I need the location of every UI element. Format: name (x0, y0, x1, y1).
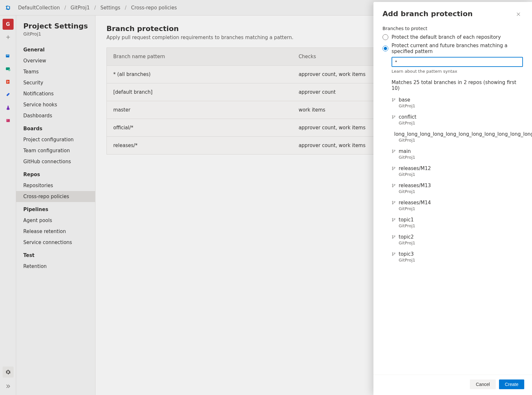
branch-repo: GitProj1 (399, 121, 523, 125)
sidebar-group-title: Pipelines (16, 202, 95, 215)
cell-branch-pattern: master (107, 101, 292, 119)
double-chevron-right-icon (5, 383, 11, 389)
radio-protect-default[interactable]: Protect the default branch of each repos… (382, 34, 523, 40)
pattern-syntax-help-link[interactable]: Learn about the pattern syntax (392, 69, 457, 74)
branch-match-item[interactable]: mainGitProj1 (392, 146, 523, 163)
close-button[interactable] (514, 10, 523, 19)
nav-boards[interactable] (3, 63, 14, 74)
svg-point-13 (394, 99, 395, 100)
sidebar-item-overview[interactable]: Overview (16, 55, 95, 66)
sidebar-item-dashboards[interactable]: Dashboards (16, 110, 95, 121)
matches-summary: Matches 25 total branches in 2 repos (sh… (392, 80, 523, 91)
radio-icon (382, 34, 388, 40)
svg-point-33 (392, 220, 393, 221)
svg-point-16 (394, 116, 395, 117)
sidebar-item-security[interactable]: Security (16, 77, 95, 88)
svg-point-39 (392, 255, 393, 256)
svg-point-25 (394, 167, 395, 168)
svg-point-21 (392, 152, 393, 153)
svg-rect-1 (6, 55, 9, 56)
create-button[interactable]: Create (499, 379, 524, 389)
panel-title: Add branch protection (382, 10, 473, 18)
pattern-input[interactable] (392, 57, 523, 67)
sidebar-item-retention[interactable]: Retention (16, 261, 95, 272)
branch-name: releases/M12 (399, 165, 431, 171)
svg-point-14 (392, 115, 393, 116)
cell-branch-pattern: * (all branches) (107, 66, 292, 83)
branch-name: conflict (399, 114, 416, 120)
sidebar-item-cross-repo-policies[interactable]: Cross-repo policies (16, 191, 95, 202)
test-icon (5, 105, 11, 111)
branch-icon (392, 183, 396, 188)
svg-point-30 (392, 203, 393, 204)
branch-match-item[interactable]: baseGitProj1 (392, 94, 523, 112)
breadcrumb-settings[interactable]: Settings (100, 5, 120, 11)
nav-repos[interactable] (3, 76, 14, 87)
settings-sidebar: Project Settings GitProj1 GeneralOvervie… (16, 16, 95, 395)
nav-collapse[interactable] (3, 381, 14, 392)
pipelines-icon (5, 92, 11, 98)
azure-devops-logo[interactable] (3, 3, 12, 12)
branch-match-item[interactable]: releases/M14GitProj1 (392, 197, 523, 214)
sidebar-item-repositories[interactable]: Repositories (16, 180, 95, 191)
breadcrumb-sep: / (94, 5, 96, 11)
dashboard-icon (5, 53, 11, 59)
branch-match-item[interactable]: topic3GitProj1 (392, 249, 523, 266)
branch-icon (392, 149, 396, 154)
svg-point-12 (392, 101, 393, 101)
svg-rect-10 (6, 119, 8, 121)
branch-match-item[interactable]: topic1GitProj1 (392, 214, 523, 231)
branch-match-item[interactable]: releases/M12GitProj1 (392, 163, 523, 180)
svg-point-20 (392, 150, 393, 151)
svg-point-24 (392, 169, 393, 170)
branch-icon (392, 235, 396, 239)
plus-icon (5, 34, 11, 40)
branch-match-item[interactable]: releases/M13GitProj1 (392, 180, 523, 197)
svg-point-35 (392, 235, 393, 236)
sidebar-item-notifications[interactable]: Notifications (16, 88, 95, 99)
nav-project-settings[interactable] (3, 367, 14, 378)
breadcrumb-collection[interactable]: DefaultCollection (18, 5, 60, 11)
breadcrumb: DefaultCollection / GitProj1 / Settings … (18, 5, 177, 11)
col-branch-pattern[interactable]: Branch name pattern (107, 48, 292, 66)
svg-point-11 (392, 98, 393, 99)
radio-protect-pattern[interactable]: Protect current and future branches matc… (382, 43, 523, 54)
breadcrumb-page[interactable]: Cross-repo policies (131, 5, 177, 11)
branch-icon (392, 98, 396, 102)
sidebar-item-release-retention[interactable]: Release retention (16, 226, 95, 237)
nav-test-plans[interactable] (3, 102, 14, 113)
branch-name: base (399, 97, 410, 103)
cancel-button[interactable]: Cancel (470, 379, 496, 389)
branch-icon (392, 200, 396, 205)
project-avatar[interactable]: G (3, 19, 14, 30)
breadcrumb-sep: / (125, 5, 127, 11)
sidebar-item-service-hooks[interactable]: Service hooks (16, 99, 95, 110)
radio-protect-pattern-label: Protect current and future branches matc… (392, 43, 523, 54)
sidebar-item-teams[interactable]: Teams (16, 66, 95, 77)
sidebar-item-project-configuration[interactable]: Project configuration (16, 134, 95, 145)
nav-rail: G (0, 16, 16, 395)
svg-point-23 (392, 167, 393, 168)
svg-point-31 (394, 201, 395, 202)
branch-match-item[interactable]: topic2GitProj1 (392, 231, 523, 249)
radio-protect-default-label: Protect the default branch of each repos… (392, 34, 501, 40)
sidebar-item-service-connections[interactable]: Service connections (16, 237, 95, 248)
branch-repo: GitProj1 (399, 138, 523, 143)
nav-artifacts[interactable] (3, 115, 14, 126)
sidebar-item-github-connections[interactable]: GitHub connections (16, 156, 95, 167)
sidebar-item-agent-pools[interactable]: Agent pools (16, 215, 95, 226)
cell-branch-pattern: releases/* (107, 137, 292, 155)
branch-repo: GitProj1 (399, 103, 523, 108)
branch-icon (392, 166, 396, 171)
nav-overview[interactable] (3, 50, 14, 61)
svg-point-22 (394, 150, 395, 151)
svg-point-32 (392, 218, 393, 219)
branch-name: releases/M13 (399, 183, 431, 188)
nav-pipelines[interactable] (3, 89, 14, 100)
branch-match-item[interactable]: conflictGitProj1 (392, 112, 523, 129)
branch-match-item[interactable]: long_long_long_long_long_long_long_long_… (392, 129, 523, 146)
branch-icon (392, 115, 396, 119)
breadcrumb-project[interactable]: GitProj1 (71, 5, 90, 11)
add-button[interactable] (3, 32, 14, 43)
sidebar-item-team-configuration[interactable]: Team configuration (16, 145, 95, 156)
